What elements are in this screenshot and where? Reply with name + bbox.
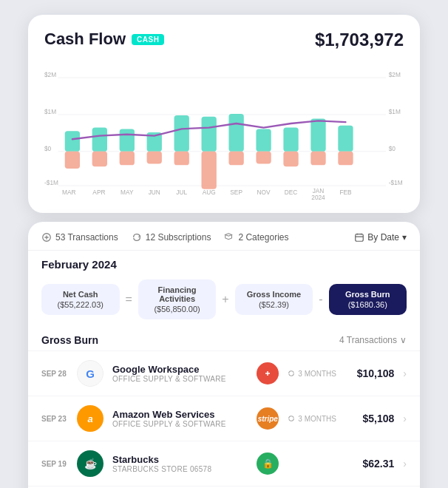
svg-text:$0: $0 <box>389 145 396 152</box>
svg-rect-24 <box>228 114 243 152</box>
tx-badge-2: 🔒 <box>257 453 279 475</box>
summary-pills: Net Cash ($55,222.03) = Financing Activi… <box>28 275 420 328</box>
cash-badge: CASH <box>132 34 164 45</box>
table-row[interactable]: SEP 19 ☕ Starbucks STARBUCKS STORE 06578… <box>28 441 420 486</box>
tx-chevron-0: › <box>403 367 407 379</box>
svg-rect-28 <box>283 128 298 152</box>
badge-icon-0 <box>262 367 274 379</box>
chart-header: Cash Flow CASH $1,703,972 <box>44 30 404 50</box>
tx-chevron-2: › <box>403 458 407 470</box>
tx-badge-1: stripe <box>257 407 279 430</box>
svg-text:-$1M: -$1M <box>389 179 403 186</box>
categories-icon <box>224 232 234 243</box>
pill-net-cash-label: Net Cash <box>50 290 111 299</box>
svg-rect-13 <box>65 152 80 169</box>
sort-by-date-button[interactable]: By Date ▾ <box>354 232 407 243</box>
tx-logo-1: a <box>77 405 103 432</box>
tx-sub-0: Office Supply & Software <box>112 375 248 383</box>
transactions-card: 53 Transactions 12 Subscriptions 2 Categ… <box>28 222 420 488</box>
pill-net-cash[interactable]: Net Cash ($55,222.03) <box>41 284 120 315</box>
pill-op-2: + <box>220 293 230 306</box>
chart-title-group: Cash Flow CASH <box>44 30 164 49</box>
tx-amount-2: $62.31 <box>350 458 394 470</box>
chevron-down-icon-2: ∨ <box>400 335 407 345</box>
svg-rect-17 <box>120 152 135 165</box>
transaction-list: SEP 28 G Google Workspace Office Supply … <box>28 350 420 488</box>
transactions-icon <box>41 232 52 243</box>
svg-text:DEC: DEC <box>285 189 298 196</box>
tx-name-0: Google Workspace <box>112 364 248 375</box>
table-row[interactable]: SEP 28 G Google Workspace Office Supply … <box>28 350 420 396</box>
table-row[interactable]: SEP 23 a Amazon Web Services Office Supp… <box>28 396 420 441</box>
chart-area: $2M $1M $0 -$1M $2M $1M $0 -$1M <box>44 62 404 203</box>
pill-net-cash-value: ($55,222.03) <box>50 300 111 309</box>
tx-info-1: Amazon Web Services Office Supply & Soft… <box>112 409 248 428</box>
tx-logo-0: G <box>77 360 103 387</box>
svg-rect-12 <box>65 131 80 152</box>
pill-gross-burn[interactable]: Gross Burn ($1680.36) <box>329 284 407 315</box>
svg-text:2024: 2024 <box>311 194 325 201</box>
pill-gross-income-label: Gross Income <box>244 290 305 299</box>
svg-rect-16 <box>120 129 135 151</box>
calendar-icon <box>354 232 364 243</box>
pill-gross-income[interactable]: Gross Income ($52.39) <box>235 284 313 315</box>
svg-rect-29 <box>283 152 298 166</box>
svg-rect-32 <box>338 126 353 152</box>
chart-svg: $2M $1M $0 -$1M $2M $1M $0 -$1M <box>44 62 404 203</box>
tx-recurrence-1: 3 MONTHS <box>288 415 341 423</box>
svg-text:NOV: NOV <box>257 189 271 196</box>
svg-rect-19 <box>147 152 162 164</box>
pill-gross-burn-value: ($1680.36) <box>338 300 398 309</box>
svg-text:JUL: JUL <box>176 189 187 196</box>
tx-logo-2: ☕ <box>77 450 103 477</box>
svg-text:MAR: MAR <box>62 189 75 196</box>
svg-rect-33 <box>338 152 353 165</box>
tx-date-0: SEP 28 <box>41 370 68 378</box>
svg-text:FEB: FEB <box>339 189 352 196</box>
svg-rect-21 <box>174 152 189 165</box>
tx-info-2: Starbucks STARBUCKS STORE 06578 <box>112 454 248 473</box>
svg-text:SEP: SEP <box>230 189 242 196</box>
svg-rect-23 <box>202 152 217 189</box>
svg-rect-25 <box>228 152 243 165</box>
svg-rect-20 <box>174 115 189 152</box>
filters-bar: 53 Transactions 12 Subscriptions 2 Categ… <box>28 222 420 251</box>
tx-badge-0 <box>257 362 279 384</box>
svg-text:JUN: JUN <box>149 189 160 196</box>
pill-gross-income-value: ($52.39) <box>244 300 305 309</box>
svg-text:MAY: MAY <box>121 189 134 196</box>
tx-amount-0: $10,108 <box>350 367 394 379</box>
tx-name-2: Starbucks <box>112 454 248 465</box>
app-container: Cash Flow CASH $1,703,972 $2M $1M $0 -$1… <box>13 0 435 488</box>
pill-gross-burn-label: Gross Burn <box>338 290 398 299</box>
tx-date-1: SEP 23 <box>41 415 68 423</box>
svg-rect-22 <box>202 117 217 152</box>
tx-sub-1: Office Supply & Software <box>112 420 248 428</box>
svg-rect-26 <box>256 129 271 151</box>
filter-transactions[interactable]: 53 Transactions <box>41 232 118 243</box>
chevron-down-icon: ▾ <box>402 232 407 243</box>
tx-amount-1: $5,108 <box>350 413 394 424</box>
gross-burn-header: Gross Burn 4 Transactions ∨ <box>28 328 420 350</box>
svg-text:$1M: $1M <box>389 108 401 115</box>
tx-info-0: Google Workspace Office Supply & Softwar… <box>112 364 248 383</box>
recurrence-icon-0 <box>288 370 295 377</box>
subscriptions-icon <box>132 232 142 243</box>
svg-rect-14 <box>92 128 107 152</box>
filter-categories[interactable]: 2 Categories <box>224 232 288 243</box>
pill-op-3: - <box>317 293 324 306</box>
pill-op-1: = <box>124 293 134 306</box>
tx-name-1: Amazon Web Services <box>112 409 248 420</box>
tx-recurrence-0: 3 MONTHS <box>288 370 341 378</box>
svg-text:AUG: AUG <box>203 189 216 196</box>
svg-rect-30 <box>310 119 325 152</box>
svg-rect-27 <box>256 152 271 164</box>
transactions-count-button[interactable]: 4 Transactions ∨ <box>339 335 407 345</box>
filter-subscriptions[interactable]: 12 Subscriptions <box>132 232 211 243</box>
chart-title: Cash Flow <box>44 30 126 49</box>
svg-rect-47 <box>356 234 364 242</box>
pill-financing-value: ($56,850.00) <box>147 305 208 314</box>
pill-financing[interactable]: Financing Activities ($56,850.00) <box>138 279 217 319</box>
recurrence-icon-1 <box>288 415 295 422</box>
svg-text:$2M: $2M <box>44 71 56 78</box>
